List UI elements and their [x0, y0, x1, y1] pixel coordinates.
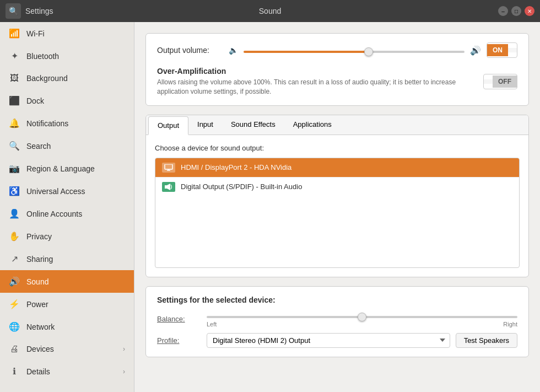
sidebar-item-wifi[interactable]: 📶 Wi-Fi	[0, 22, 134, 45]
maximize-button[interactable]: □	[511, 6, 521, 16]
tab-sound-effects[interactable]: Sound Effects	[222, 115, 284, 135]
sidebar-item-devices[interactable]: 🖨 Devices ›	[0, 338, 134, 360]
power-icon: ⚡	[9, 299, 20, 309]
bluetooth-icon: ✦	[9, 51, 20, 61]
privacy-icon: ✋	[9, 231, 20, 241]
sidebar-item-universal-access[interactable]: ♿ Universal Access	[0, 180, 134, 202]
region-icon: 📷	[9, 163, 20, 174]
sharing-icon: ↗	[9, 254, 20, 264]
over-amp-text: Over-Amplification Allows raising the vo…	[157, 67, 478, 96]
volume-section: Output volume: 🔈 🔊 ON Over-Amplification…	[145, 33, 529, 106]
sidebar: 📶 Wi-Fi ✦ Bluetooth 🖼 Background ⬛ Dock …	[0, 22, 134, 392]
balance-left-label: Left	[207, 321, 217, 327]
details-icon: ℹ	[9, 366, 20, 377]
sidebar-item-power[interactable]: ⚡ Power	[0, 293, 134, 315]
svg-rect-0	[165, 164, 172, 169]
close-button[interactable]: ✕	[525, 6, 534, 16]
sidebar-item-label: Sharing	[26, 255, 125, 264]
volume-low-icon: 🔈	[229, 46, 238, 55]
balance-row: Balance: Left Right	[157, 311, 517, 327]
window-title: Sound	[259, 7, 281, 15]
search-icon: 🔍	[9, 7, 18, 15]
device-list-title: Choose a device for sound output:	[155, 144, 520, 152]
over-amp-title: Over-Amplification	[157, 67, 478, 76]
titlebar: 🔍 Settings Sound – □ ✕	[0, 0, 540, 22]
window-controls: – □ ✕	[498, 6, 534, 16]
sidebar-item-label: Dock	[26, 96, 125, 105]
profile-select[interactable]: Digital Stereo (HDMI 2) Output Digital S…	[207, 333, 450, 348]
sidebar-item-label: Details	[26, 367, 116, 376]
device-item-hdmi[interactable]: HDMI / DisplayPort 2 - HDA NVidia	[155, 158, 519, 178]
settings-title: Settings for the selected device:	[157, 296, 517, 304]
sidebar-item-sharing[interactable]: ↗ Sharing	[0, 248, 134, 270]
over-amp-desc: Allows raising the volume above 100%. Th…	[157, 78, 478, 96]
tab-input[interactable]: Input	[188, 115, 222, 135]
background-icon: 🖼	[9, 73, 20, 83]
sidebar-item-bluetooth[interactable]: ✦ Bluetooth	[0, 45, 134, 67]
tab-output[interactable]: Output	[148, 116, 188, 135]
toggle-on-side	[484, 79, 493, 84]
app-title: Settings	[25, 7, 53, 15]
chevron-right-icon: ›	[123, 368, 125, 375]
profile-label: Profile:	[157, 336, 201, 345]
over-amplification-row: Over-Amplification Allows raising the vo…	[157, 67, 517, 96]
tabs-content: Choose a device for sound output: HDMI /…	[146, 135, 528, 277]
network-icon: 🌐	[9, 321, 20, 332]
over-amp-toggle[interactable]: OFF	[483, 74, 517, 89]
sidebar-item-dock[interactable]: ⬛ Dock	[0, 89, 134, 112]
sidebar-item-label: Network	[26, 323, 125, 331]
volume-slider[interactable]	[244, 51, 465, 53]
device-label: Digital Output (S/PDIF) - Built-in Audio	[181, 182, 302, 191]
sidebar-item-background[interactable]: 🖼 Background	[0, 67, 134, 89]
balance-labels: Left Right	[207, 321, 517, 327]
tabs-header: Output Input Sound Effects Applications	[146, 115, 528, 135]
tab-applications[interactable]: Applications	[284, 115, 341, 135]
chevron-right-icon: ›	[123, 345, 125, 353]
sidebar-item-label: Bluetooth	[26, 52, 125, 61]
sidebar-item-label: Notifications	[26, 119, 125, 128]
sidebar-item-privacy[interactable]: ✋ Privacy	[0, 225, 134, 248]
audio-icon	[162, 182, 175, 192]
svg-marker-4	[167, 184, 170, 190]
wifi-icon: 📶	[9, 28, 20, 39]
sidebar-item-label: Wi-Fi	[26, 29, 125, 38]
sidebar-item-label: Search	[26, 142, 125, 151]
content-area: Output volume: 🔈 🔊 ON Over-Amplification…	[134, 22, 540, 392]
balance-slider[interactable]	[207, 316, 517, 318]
sound-icon: 🔊	[9, 276, 20, 287]
toggle-off-label: OFF	[493, 76, 517, 88]
balance-control: Left Right	[207, 311, 517, 327]
notifications-icon: 🔔	[9, 118, 20, 128]
sidebar-item-details[interactable]: ℹ Details ›	[0, 360, 134, 383]
sidebar-item-label: Power	[26, 300, 125, 309]
minimize-button[interactable]: –	[498, 6, 508, 16]
online-accounts-icon: 👤	[9, 208, 20, 219]
device-settings-section: Settings for the selected device: Balanc…	[145, 286, 529, 357]
titlebar-search-button[interactable]: 🔍	[6, 3, 21, 19]
sidebar-item-sound[interactable]: 🔊 Sound	[0, 270, 134, 293]
sidebar-item-network[interactable]: 🌐 Network	[0, 315, 134, 338]
devices-icon: 🖨	[9, 344, 20, 354]
device-list: HDMI / DisplayPort 2 - HDA NVidia Digita…	[155, 158, 520, 268]
test-speakers-button[interactable]: Test Speakers	[456, 333, 517, 348]
profile-row: Profile: Digital Stereo (HDMI 2) Output …	[157, 333, 517, 348]
volume-slider-wrap	[244, 46, 465, 55]
svg-rect-3	[165, 185, 167, 189]
volume-row: Output volume: 🔈 🔊 ON	[157, 42, 517, 58]
universal-access-icon: ♿	[9, 186, 20, 196]
toggle-off-side	[508, 48, 517, 52]
dock-icon: ⬛	[9, 95, 20, 106]
main-container: 📶 Wi-Fi ✦ Bluetooth 🖼 Background ⬛ Dock …	[0, 22, 540, 392]
sidebar-item-label: Region & Language	[26, 164, 125, 173]
sidebar-item-label: Online Accounts	[26, 210, 125, 218]
volume-label: Output volume:	[157, 46, 223, 55]
device-item-spdif[interactable]: Digital Output (S/PDIF) - Built-in Audio	[155, 178, 519, 196]
output-volume-toggle[interactable]: ON	[487, 42, 517, 58]
sidebar-item-online-accounts[interactable]: 👤 Online Accounts	[0, 202, 134, 225]
search-sidebar-icon: 🔍	[9, 141, 20, 151]
sidebar-item-label: Universal Access	[26, 187, 125, 196]
titlebar-left: 🔍 Settings	[6, 3, 53, 19]
sidebar-item-notifications[interactable]: 🔔 Notifications	[0, 112, 134, 135]
sidebar-item-search[interactable]: 🔍 Search	[0, 135, 134, 157]
sidebar-item-region[interactable]: 📷 Region & Language	[0, 157, 134, 180]
